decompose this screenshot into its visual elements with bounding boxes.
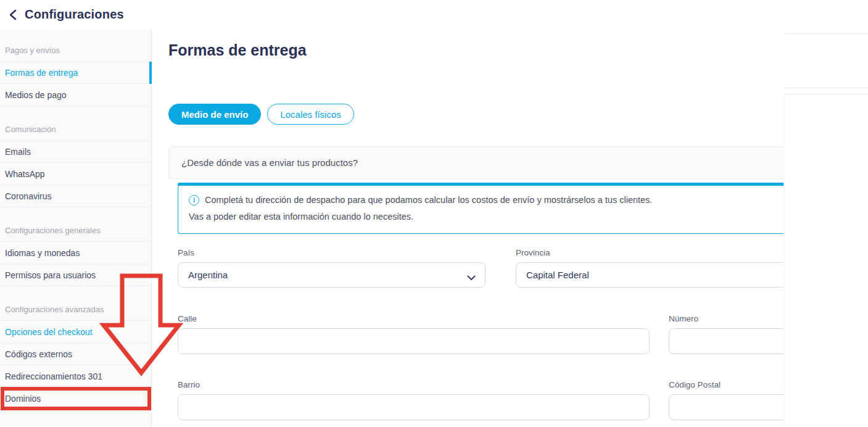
right-strip-line [783,33,868,34]
sidebar-section-comunicacion: Comunicación [0,118,151,141]
settings-sidebar: Pagos y envíos Formas de entrega Medios … [0,29,152,427]
main-content: Formas de entrega Medio de envío Locales… [152,29,783,427]
sidebar-item-label: Medios de pago [5,90,67,100]
pais-label: País [178,248,194,257]
sidebar-item-label: Permisos para usuarios [5,270,96,280]
back-chevron-icon[interactable] [6,8,20,22]
tab-group: Medio de envío Locales físicos [168,104,354,125]
sidebar-item-formas-de-entrega[interactable]: Formas de entrega [0,62,151,84]
info-icon: i [189,195,199,205]
content-clip-edge [783,93,784,427]
barrio-input[interactable] [178,394,650,420]
info-text-1: Completá tu dirección de despacho para q… [205,194,652,207]
sidebar-item-label: Formas de entrega [5,68,78,78]
sidebar-section-pagos-y-envios: Pagos y envíos [0,39,151,62]
sidebar-section-configuraciones-generales: Configuraciones generales [0,220,151,242]
sidebar-item-label: Redireccionamientos 301 [5,371,102,381]
right-strip-line [783,94,868,94]
sidebar-item-redireccionamientos-301[interactable]: Redireccionamientos 301 [0,365,151,388]
tab-locales-fisicos[interactable]: Locales físicos [267,104,353,125]
sidebar-item-label: Coronavirus [5,191,51,201]
sidebar-item-codigos-externos[interactable]: Códigos externos [0,343,151,365]
settings-page: Configuraciones Pagos y envíos Formas de… [0,0,868,427]
sidebar-item-label: Emails [5,147,31,157]
chevron-down-icon [467,272,476,283]
sidebar-item-permisos-para-usuarios[interactable]: Permisos para usuarios [0,264,151,286]
sidebar-item-label: Códigos externos [5,349,72,359]
pais-select[interactable]: Argentina [178,262,486,288]
calle-label: Calle [178,314,197,323]
top-bar: Configuraciones [0,0,868,29]
sidebar-item-label: Dominios [5,394,41,404]
barrio-label: Barrio [178,380,200,389]
info-banner: i Completá tu dirección de despacho para… [178,183,783,234]
numero-input[interactable] [669,328,783,354]
info-text-2: Vas a poder editar esta información cuan… [189,210,783,223]
sidebar-item-label: Idiomas y monedas [5,248,80,258]
sidebar-item-medios-de-pago[interactable]: Medios de pago [0,84,151,106]
provincia-select[interactable]: Capital Federal [516,262,783,288]
sidebar-item-label: WhatsApp [5,169,45,179]
active-indicator [149,62,152,84]
sidebar-item-label: Opciones del checkout [5,327,93,337]
sidebar-item-whatsapp[interactable]: WhatsApp [0,163,151,185]
calle-input[interactable] [178,328,650,354]
pais-selected-value: Argentina [188,270,228,280]
sidebar-section-configuraciones-avanzadas: Configuraciones avanzadas [0,299,151,321]
info-line-1: i Completá tu dirección de despacho para… [189,194,783,207]
provincia-selected-value: Capital Federal [526,270,589,280]
section-title: Formas de entrega [168,41,307,59]
provincia-label: Provincia [516,248,550,257]
right-strip-line [783,88,868,88]
codigo-postal-input[interactable] [669,394,783,420]
sidebar-item-coronavirus[interactable]: Coronavirus [0,185,151,207]
numero-label: Número [669,314,698,323]
sidebar-item-emails[interactable]: Emails [0,141,151,163]
sidebar-item-opciones-del-checkout[interactable]: Opciones del checkout [0,321,151,343]
sidebar-item-idiomas-y-monedas[interactable]: Idiomas y monedas [0,242,151,264]
page-title: Configuraciones [25,7,124,22]
tab-medio-de-envio[interactable]: Medio de envío [168,104,261,125]
panel-question-header: ¿Desde dónde vas a enviar tus productos? [168,146,783,179]
codigo-postal-label: Código Postal [669,380,721,389]
sidebar-item-dominios[interactable]: Dominios [0,388,151,410]
